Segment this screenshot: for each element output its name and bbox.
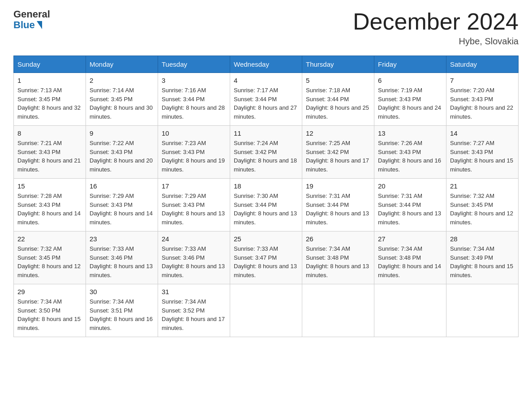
day-info: Sunrise: 7:31 AMSunset: 3:44 PMDaylight:… <box>306 193 369 226</box>
calendar-cell: 1 Sunrise: 7:13 AMSunset: 3:45 PMDayligh… <box>14 73 86 126</box>
day-number: 20 <box>378 182 442 190</box>
calendar-cell: 25 Sunrise: 7:33 AMSunset: 3:47 PMDaylig… <box>230 231 302 284</box>
day-number: 7 <box>450 77 515 84</box>
calendar-cell: 2 Sunrise: 7:14 AMSunset: 3:45 PMDayligh… <box>86 73 158 126</box>
day-number: 25 <box>234 235 298 243</box>
day-info: Sunrise: 7:33 AMSunset: 3:46 PMDaylight:… <box>90 245 153 278</box>
calendar-cell: 5 Sunrise: 7:18 AMSunset: 3:44 PMDayligh… <box>302 73 374 126</box>
day-info: Sunrise: 7:31 AMSunset: 3:44 PMDaylight:… <box>378 193 441 226</box>
day-info: Sunrise: 7:21 AMSunset: 3:43 PMDaylight:… <box>17 140 81 173</box>
calendar-cell: 29 Sunrise: 7:34 AMSunset: 3:50 PMDaylig… <box>14 284 86 337</box>
calendar-cell: 6 Sunrise: 7:19 AMSunset: 3:43 PMDayligh… <box>374 73 446 126</box>
day-info: Sunrise: 7:22 AMSunset: 3:43 PMDaylight:… <box>90 140 153 173</box>
logo: General Blue <box>13 9 50 30</box>
day-info: Sunrise: 7:13 AMSunset: 3:45 PMDaylight:… <box>17 87 81 120</box>
day-number: 22 <box>17 235 82 243</box>
day-info: Sunrise: 7:32 AMSunset: 3:45 PMDaylight:… <box>17 245 81 278</box>
title-area: December 2024 Hybe, Slovakia <box>353 9 519 47</box>
calendar-cell: 23 Sunrise: 7:33 AMSunset: 3:46 PMDaylig… <box>86 231 158 284</box>
day-info: Sunrise: 7:34 AMSunset: 3:48 PMDaylight:… <box>378 245 441 278</box>
day-info: Sunrise: 7:18 AMSunset: 3:44 PMDaylight:… <box>306 87 369 120</box>
day-number: 16 <box>90 182 154 190</box>
day-header-tuesday: Tuesday <box>158 56 230 73</box>
day-number: 4 <box>234 77 298 84</box>
day-number: 5 <box>306 77 370 84</box>
logo-triangle-icon <box>37 21 42 29</box>
day-number: 1 <box>17 77 82 84</box>
calendar-cell: 16 Sunrise: 7:29 AMSunset: 3:43 PMDaylig… <box>86 179 158 231</box>
days-header-row: SundayMondayTuesdayWednesdayThursdayFrid… <box>14 56 519 73</box>
day-number: 11 <box>234 129 298 137</box>
day-header-monday: Monday <box>86 56 158 73</box>
day-header-friday: Friday <box>374 56 446 73</box>
day-info: Sunrise: 7:20 AMSunset: 3:43 PMDaylight:… <box>450 87 513 120</box>
day-info: Sunrise: 7:24 AMSunset: 3:42 PMDaylight:… <box>234 140 297 173</box>
logo-general-text: General <box>13 9 50 20</box>
day-number: 17 <box>162 182 226 190</box>
week-row-5: 29 Sunrise: 7:34 AMSunset: 3:50 PMDaylig… <box>14 284 519 337</box>
day-info: Sunrise: 7:29 AMSunset: 3:43 PMDaylight:… <box>90 193 153 226</box>
day-number: 29 <box>17 288 82 295</box>
day-number: 3 <box>162 77 226 84</box>
day-info: Sunrise: 7:33 AMSunset: 3:47 PMDaylight:… <box>234 245 297 278</box>
page-header: General Blue December 2024 Hybe, Slovaki… <box>13 9 519 47</box>
day-number: 31 <box>162 288 226 295</box>
calendar-cell: 20 Sunrise: 7:31 AMSunset: 3:44 PMDaylig… <box>374 179 446 231</box>
day-info: Sunrise: 7:25 AMSunset: 3:42 PMDaylight:… <box>306 140 369 173</box>
day-number: 19 <box>306 182 370 190</box>
calendar-cell: 27 Sunrise: 7:34 AMSunset: 3:48 PMDaylig… <box>374 231 446 284</box>
calendar-cell: 10 Sunrise: 7:23 AMSunset: 3:43 PMDaylig… <box>158 126 230 179</box>
day-info: Sunrise: 7:16 AMSunset: 3:44 PMDaylight:… <box>162 87 225 120</box>
week-row-1: 1 Sunrise: 7:13 AMSunset: 3:45 PMDayligh… <box>14 73 519 126</box>
day-number: 30 <box>90 288 154 295</box>
calendar-cell: 15 Sunrise: 7:28 AMSunset: 3:43 PMDaylig… <box>14 179 86 231</box>
day-number: 13 <box>378 129 442 137</box>
calendar-table: SundayMondayTuesdayWednesdayThursdayFrid… <box>13 56 519 337</box>
day-number: 18 <box>234 182 298 190</box>
day-header-wednesday: Wednesday <box>230 56 302 73</box>
calendar-cell: 21 Sunrise: 7:32 AMSunset: 3:45 PMDaylig… <box>446 179 519 231</box>
day-info: Sunrise: 7:26 AMSunset: 3:43 PMDaylight:… <box>378 140 441 173</box>
calendar-cell: 8 Sunrise: 7:21 AMSunset: 3:43 PMDayligh… <box>14 126 86 179</box>
calendar-cell: 7 Sunrise: 7:20 AMSunset: 3:43 PMDayligh… <box>446 73 519 126</box>
week-row-2: 8 Sunrise: 7:21 AMSunset: 3:43 PMDayligh… <box>14 126 519 179</box>
week-row-4: 22 Sunrise: 7:32 AMSunset: 3:45 PMDaylig… <box>14 231 519 284</box>
calendar-cell: 11 Sunrise: 7:24 AMSunset: 3:42 PMDaylig… <box>230 126 302 179</box>
day-info: Sunrise: 7:34 AMSunset: 3:51 PMDaylight:… <box>90 298 153 331</box>
day-info: Sunrise: 7:27 AMSunset: 3:43 PMDaylight:… <box>450 140 513 173</box>
calendar-cell: 13 Sunrise: 7:26 AMSunset: 3:43 PMDaylig… <box>374 126 446 179</box>
day-header-thursday: Thursday <box>302 56 374 73</box>
day-info: Sunrise: 7:34 AMSunset: 3:52 PMDaylight:… <box>162 298 225 331</box>
day-info: Sunrise: 7:34 AMSunset: 3:50 PMDaylight:… <box>17 298 81 331</box>
day-info: Sunrise: 7:32 AMSunset: 3:45 PMDaylight:… <box>450 193 513 226</box>
day-info: Sunrise: 7:23 AMSunset: 3:43 PMDaylight:… <box>162 140 225 173</box>
day-number: 14 <box>450 129 515 137</box>
day-number: 24 <box>162 235 226 243</box>
day-number: 10 <box>162 129 226 137</box>
calendar-cell <box>446 284 519 337</box>
calendar-cell <box>302 284 374 337</box>
logo-blue-text: Blue <box>13 20 50 30</box>
day-number: 23 <box>90 235 154 243</box>
calendar-cell: 22 Sunrise: 7:32 AMSunset: 3:45 PMDaylig… <box>14 231 86 284</box>
day-number: 27 <box>378 235 442 243</box>
day-number: 15 <box>17 182 82 190</box>
day-number: 9 <box>90 129 154 137</box>
calendar-cell: 30 Sunrise: 7:34 AMSunset: 3:51 PMDaylig… <box>86 284 158 337</box>
day-info: Sunrise: 7:29 AMSunset: 3:43 PMDaylight:… <box>162 193 225 226</box>
calendar-cell: 12 Sunrise: 7:25 AMSunset: 3:42 PMDaylig… <box>302 126 374 179</box>
calendar-cell <box>374 284 446 337</box>
day-info: Sunrise: 7:19 AMSunset: 3:43 PMDaylight:… <box>378 87 441 120</box>
day-info: Sunrise: 7:33 AMSunset: 3:46 PMDaylight:… <box>162 245 225 278</box>
calendar-cell: 4 Sunrise: 7:17 AMSunset: 3:44 PMDayligh… <box>230 73 302 126</box>
day-info: Sunrise: 7:17 AMSunset: 3:44 PMDaylight:… <box>234 87 297 120</box>
day-number: 21 <box>450 182 515 190</box>
calendar-cell: 3 Sunrise: 7:16 AMSunset: 3:44 PMDayligh… <box>158 73 230 126</box>
day-info: Sunrise: 7:34 AMSunset: 3:49 PMDaylight:… <box>450 245 513 278</box>
calendar-cell: 9 Sunrise: 7:22 AMSunset: 3:43 PMDayligh… <box>86 126 158 179</box>
calendar-cell: 18 Sunrise: 7:30 AMSunset: 3:44 PMDaylig… <box>230 179 302 231</box>
day-number: 2 <box>90 77 154 84</box>
calendar-cell: 17 Sunrise: 7:29 AMSunset: 3:43 PMDaylig… <box>158 179 230 231</box>
day-number: 26 <box>306 235 370 243</box>
calendar-cell: 26 Sunrise: 7:34 AMSunset: 3:48 PMDaylig… <box>302 231 374 284</box>
